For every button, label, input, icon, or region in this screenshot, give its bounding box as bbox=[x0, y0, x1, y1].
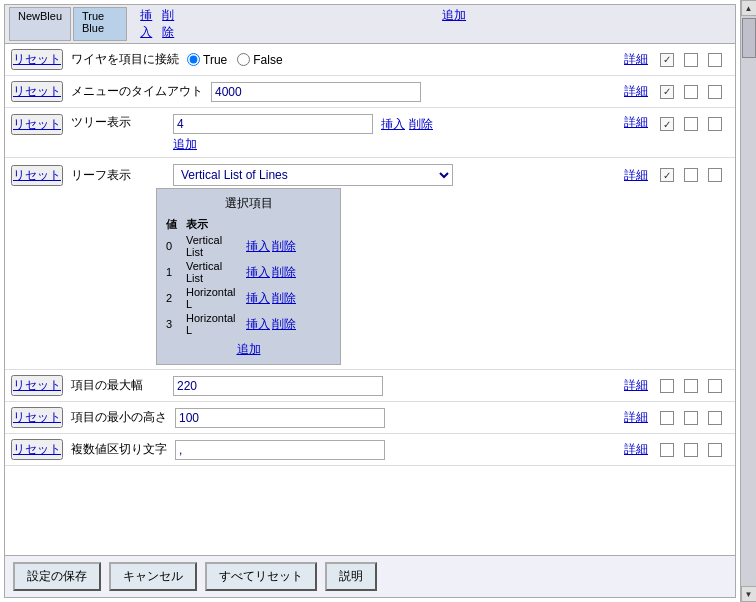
reset-minheight-btn[interactable]: リセット bbox=[11, 407, 63, 428]
bottom-bar: 設定の保存 キャンセル すべてリセット 説明 bbox=[5, 555, 735, 597]
popup-insert-btn-3[interactable]: 挿入 bbox=[246, 316, 270, 333]
radio-true-text: True bbox=[203, 53, 227, 67]
checkbox-wire-3[interactable] bbox=[705, 50, 725, 70]
detail-wire-link[interactable]: 詳細 bbox=[624, 51, 649, 68]
radio-false-label[interactable]: False bbox=[237, 53, 282, 67]
radio-false-text: False bbox=[253, 53, 282, 67]
scroll-thumb[interactable] bbox=[742, 18, 756, 58]
scroll-down-arrow[interactable]: ▼ bbox=[741, 586, 757, 602]
max-width-label: 項目の最大幅 bbox=[63, 377, 173, 394]
detail-maxwidth-link[interactable]: 詳細 bbox=[624, 377, 649, 394]
popup-insert-btn-1[interactable]: 挿入 bbox=[246, 264, 270, 281]
checkbox-timeout-1[interactable]: ✓ bbox=[657, 82, 677, 102]
list-item: 0 Vertical List 挿入 削除 bbox=[163, 233, 334, 259]
menu-timeout-input[interactable] bbox=[211, 82, 421, 102]
menu-timeout-label: メニューのタイムアウト bbox=[63, 83, 211, 100]
detail-delimiter-link[interactable]: 詳細 bbox=[624, 441, 649, 458]
scroll-up-arrow[interactable]: ▲ bbox=[741, 0, 757, 16]
table-row: リセット 項目の最小の高さ 詳細 bbox=[5, 402, 735, 434]
checkbox-tree-2[interactable] bbox=[681, 114, 701, 134]
reset-tree-btn[interactable]: リセット bbox=[11, 114, 63, 135]
reset-all-button[interactable]: すべてリセット bbox=[205, 562, 317, 591]
tab-newbleu[interactable]: NewBleu bbox=[9, 7, 71, 41]
header-insert-btn[interactable]: 挿入 bbox=[137, 7, 155, 41]
header-delete-btn[interactable]: 削除 bbox=[159, 7, 177, 41]
radio-group-wire: True False bbox=[187, 53, 283, 67]
checkbox-timeout-3[interactable] bbox=[705, 82, 725, 102]
min-height-label: 項目の最小の高さ bbox=[63, 409, 175, 426]
detail-tree-link[interactable]: 詳細 bbox=[624, 114, 649, 131]
list-item: 2 Horizontal L 挿入 削除 bbox=[163, 285, 334, 311]
popup-disp-1: Vertical List bbox=[183, 259, 243, 285]
detail-leaf-link[interactable]: 詳細 bbox=[624, 167, 649, 184]
radio-true-label[interactable]: True bbox=[187, 53, 227, 67]
checkbox-minheight-1[interactable] bbox=[657, 408, 677, 428]
dropdown-popup: 選択項目 値 表示 0 Vertical List bbox=[156, 188, 341, 365]
checkbox-leaf-3[interactable] bbox=[705, 165, 725, 185]
list-item: 1 Vertical List 挿入 削除 bbox=[163, 259, 334, 285]
checkbox-minheight-2[interactable] bbox=[681, 408, 701, 428]
checkbox-maxwidth-2[interactable] bbox=[681, 376, 701, 396]
wire-connect-value: True False bbox=[187, 53, 624, 67]
popup-col-display: 表示 bbox=[183, 216, 243, 233]
delimiter-input[interactable] bbox=[175, 440, 385, 460]
cancel-button[interactable]: キャンセル bbox=[109, 562, 197, 591]
tab-trueblue[interactable]: True Blue bbox=[73, 7, 127, 41]
radio-true-input[interactable] bbox=[187, 53, 200, 66]
wire-connect-label: ワイヤを項目に接続 bbox=[63, 51, 187, 68]
popup-delete-btn-1[interactable]: 削除 bbox=[272, 264, 296, 281]
checkbox-delimiter-1[interactable] bbox=[657, 440, 677, 460]
reset-leaf-btn[interactable]: リセット bbox=[11, 165, 63, 186]
popup-delete-btn-2[interactable]: 削除 bbox=[272, 290, 296, 307]
scroll-track[interactable] bbox=[741, 16, 756, 586]
checkbox-maxwidth-1[interactable] bbox=[657, 376, 677, 396]
checkbox-tree-3[interactable] bbox=[705, 114, 725, 134]
checkbox-tree-1[interactable]: ✓ bbox=[657, 114, 677, 134]
leaf-display-select[interactable]: Vertical List of Lines bbox=[173, 164, 453, 186]
popup-delete-btn-0[interactable]: 削除 bbox=[272, 238, 296, 255]
main-container: NewBleu True Blue 挿入 削除 追加 リセット ワイヤを項目に接… bbox=[0, 0, 756, 602]
checkbox-maxwidth-3[interactable] bbox=[705, 376, 725, 396]
checkbox-minheight-3[interactable] bbox=[705, 408, 725, 428]
min-height-input[interactable] bbox=[175, 408, 385, 428]
detail-minheight-link[interactable]: 詳細 bbox=[624, 409, 649, 426]
delimiter-label: 複数値区切り文字 bbox=[63, 441, 175, 458]
checkbox-delimiter-2[interactable] bbox=[681, 440, 701, 460]
checkbox-wire-2[interactable] bbox=[681, 50, 701, 70]
radio-false-input[interactable] bbox=[237, 53, 250, 66]
delimiter-value bbox=[175, 440, 624, 460]
popup-insert-btn-2[interactable]: 挿入 bbox=[246, 290, 270, 307]
menu-timeout-value bbox=[211, 82, 624, 102]
max-width-value bbox=[173, 376, 624, 396]
save-button[interactable]: 設定の保存 bbox=[13, 562, 101, 591]
reset-wire-btn[interactable]: リセット bbox=[11, 49, 63, 70]
popup-add-btn[interactable]: 追加 bbox=[237, 341, 261, 358]
tree-delete-btn[interactable]: 削除 bbox=[409, 116, 433, 133]
header-add-btn[interactable]: 追加 bbox=[442, 7, 466, 24]
table-row: リセット ツリー表示 挿入 削除 追加 詳細 ✓ bbox=[5, 108, 735, 158]
list-item: 3 Horizontal L 挿入 削除 bbox=[163, 311, 334, 337]
popup-insert-btn-0[interactable]: 挿入 bbox=[246, 238, 270, 255]
checkbox-delimiter-3[interactable] bbox=[705, 440, 725, 460]
tree-display-input[interactable] bbox=[173, 114, 373, 134]
tree-insert-btn[interactable]: 挿入 bbox=[381, 116, 405, 133]
popup-disp-2: Horizontal L bbox=[183, 285, 243, 311]
checkbox-wire-1[interactable]: ✓ bbox=[657, 50, 677, 70]
leaf-display-label: リーフ表示 bbox=[63, 167, 173, 184]
checkbox-leaf-1[interactable]: ✓ bbox=[657, 165, 677, 185]
reset-timeout-btn[interactable]: リセット bbox=[11, 81, 63, 102]
help-button[interactable]: 説明 bbox=[325, 562, 377, 591]
popup-val-0: 0 bbox=[163, 233, 183, 259]
max-width-input[interactable] bbox=[173, 376, 383, 396]
popup-title: 選択項目 bbox=[163, 195, 334, 212]
checkbox-timeout-2[interactable] bbox=[681, 82, 701, 102]
detail-timeout-link[interactable]: 詳細 bbox=[624, 83, 649, 100]
popup-val-3: 3 bbox=[163, 311, 183, 337]
reset-maxwidth-btn[interactable]: リセット bbox=[11, 375, 63, 396]
scrollbar[interactable]: ▲ ▼ bbox=[740, 0, 756, 602]
reset-delimiter-btn[interactable]: リセット bbox=[11, 439, 63, 460]
popup-table: 値 表示 0 Vertical List 挿入 削除 1 Ver bbox=[163, 216, 334, 337]
checkbox-leaf-2[interactable] bbox=[681, 165, 701, 185]
tree-add-btn[interactable]: 追加 bbox=[173, 136, 197, 153]
popup-delete-btn-3[interactable]: 削除 bbox=[272, 316, 296, 333]
